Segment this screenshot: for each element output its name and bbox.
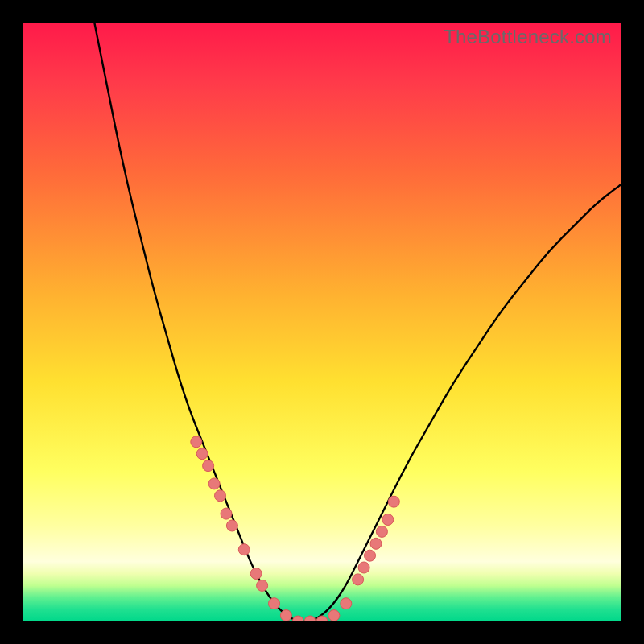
data-marker — [341, 598, 352, 609]
data-marker — [328, 610, 340, 621]
watermark-text: TheBottleneck.com — [444, 26, 612, 48]
data-marker — [365, 550, 376, 561]
data-marker — [191, 436, 202, 448]
data-marker — [257, 580, 268, 591]
data-marker — [226, 520, 237, 531]
chart-frame: TheBottleneck.com — [0, 0, 644, 644]
data-marker — [388, 496, 399, 507]
data-marker — [376, 526, 387, 537]
data-marker — [292, 616, 303, 621]
data-marker — [269, 598, 280, 609]
right-curve — [298, 184, 621, 621]
data-marker — [353, 574, 364, 585]
plot-area: TheBottleneck.com — [23, 23, 621, 621]
marker-group — [191, 436, 400, 621]
data-marker — [221, 508, 232, 519]
data-marker — [358, 562, 369, 573]
data-marker — [370, 538, 382, 549]
data-marker — [250, 568, 262, 580]
data-marker — [215, 490, 226, 502]
data-marker — [203, 460, 214, 472]
left-curve — [94, 23, 298, 621]
data-marker — [196, 448, 208, 460]
curves-layer — [23, 23, 621, 621]
data-marker — [208, 478, 220, 489]
data-marker — [238, 544, 250, 555]
data-marker — [382, 514, 394, 526]
data-marker — [304, 616, 316, 621]
data-marker — [280, 610, 291, 621]
